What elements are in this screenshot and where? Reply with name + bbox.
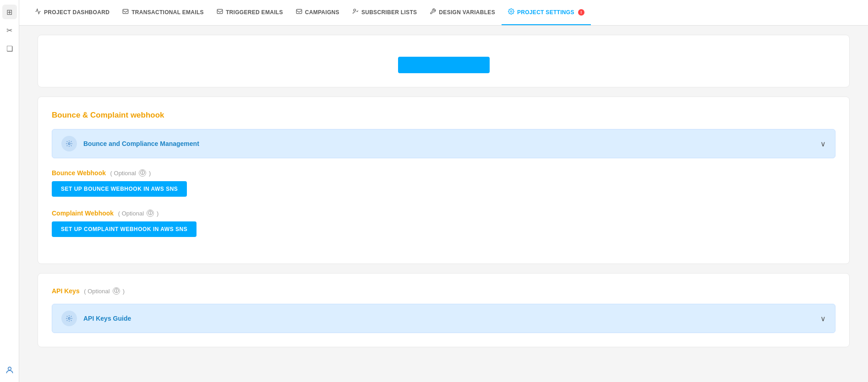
svg-point-7 <box>68 317 70 319</box>
api-accordion-icon <box>61 311 77 326</box>
bounce-accordion-label: Bounce and Compliance Management <box>83 140 814 147</box>
api-keys-card: API Keys ( Optional ⓘ ) API Keys Guide ∨ <box>38 273 850 347</box>
api-optional-text: ( Optional <box>82 288 110 295</box>
nav-triggered-emails[interactable]: TRIGGERED EMAILS <box>210 0 289 25</box>
bounce-complaint-card: Bounce & Complaint webhook Bounce and Co… <box>38 97 850 264</box>
bounce-webhook-button[interactable]: SET UP BOUNCE WEBHOOK IN AWS SNS <box>52 181 187 197</box>
nav-project-dashboard[interactable]: PROJECT DASHBOARD <box>28 0 116 25</box>
sidebar-layers-icon[interactable]: ❏ <box>2 41 17 56</box>
notification-badge: ! <box>578 9 584 16</box>
subscriber-icon <box>352 8 359 16</box>
bounce-webhook-section: Bounce Webhook ( Optional ⓘ ) SET UP BOU… <box>52 169 835 197</box>
svg-point-6 <box>68 143 70 145</box>
bounce-section-title: Bounce & Complaint webhook <box>52 111 835 120</box>
complaint-info-icon[interactable]: ⓘ <box>147 210 154 217</box>
bounce-info-icon[interactable]: ⓘ <box>139 169 146 177</box>
api-info-icon[interactable]: ⓘ <box>113 287 120 295</box>
main-content: PROJECT DASHBOARD TRANSACTIONAL EMAILS T… <box>19 0 868 382</box>
bounce-optional-text: ( Optional <box>109 170 136 177</box>
top-card <box>38 35 850 87</box>
complaint-webhook-label: Complaint Webhook ( Optional ⓘ ) <box>52 210 835 217</box>
api-accordion-chevron: ∨ <box>820 314 826 323</box>
top-card-button[interactable] <box>398 57 490 73</box>
settings-icon <box>508 8 514 16</box>
topnav: PROJECT DASHBOARD TRANSACTIONAL EMAILS T… <box>19 0 868 26</box>
bounce-accordion-chevron: ∨ <box>820 140 826 148</box>
design-icon <box>430 8 436 16</box>
page-body: Bounce & Complaint webhook Bounce and Co… <box>19 26 868 382</box>
api-accordion-label: API Keys Guide <box>83 315 814 322</box>
sidebar: ⊞ ✂ ❏ <box>0 0 19 382</box>
bounce-accordion[interactable]: Bounce and Compliance Management ∨ <box>52 129 835 158</box>
svg-rect-3 <box>296 9 302 13</box>
complaint-optional-text: ( Optional <box>116 210 144 217</box>
complaint-webhook-button[interactable]: SET UP COMPLAINT WEBHOOK IN AWS SNS <box>52 221 197 237</box>
api-close-paren: ) <box>123 288 125 295</box>
complaint-close-paren: ) <box>157 210 158 217</box>
svg-rect-1 <box>123 9 128 13</box>
sidebar-grid-icon[interactable]: ⊞ <box>2 5 17 19</box>
api-accordion[interactable]: API Keys Guide ∨ <box>52 304 835 333</box>
nav-design-variables[interactable]: DESIGN VARIABLES <box>423 0 502 25</box>
triggered-icon <box>217 8 223 16</box>
bounce-accordion-icon <box>61 136 77 151</box>
svg-point-4 <box>354 9 356 11</box>
nav-transactional-emails[interactable]: TRANSACTIONAL EMAILS <box>116 0 210 25</box>
nav-subscriber-lists[interactable]: SUBSCRIBER LISTS <box>346 0 423 25</box>
sidebar-user-icon[interactable] <box>2 363 17 377</box>
nav-campaigns[interactable]: CAMPAIGNS <box>289 0 346 25</box>
svg-point-5 <box>510 11 512 12</box>
sidebar-tools-icon[interactable]: ✂ <box>2 23 17 38</box>
api-keys-title: API Keys ( Optional ⓘ ) <box>52 287 835 295</box>
dashboard-icon <box>35 8 41 16</box>
transactional-icon <box>122 8 129 16</box>
campaigns-icon <box>296 8 302 16</box>
bounce-webhook-label: Bounce Webhook ( Optional ⓘ ) <box>52 169 835 177</box>
complaint-webhook-section: Complaint Webhook ( Optional ⓘ ) SET UP … <box>52 210 835 237</box>
nav-project-settings[interactable]: PROJECT SETTINGS ! <box>502 0 591 25</box>
svg-rect-2 <box>217 9 223 13</box>
svg-point-0 <box>8 367 11 370</box>
bounce-close-paren: ) <box>149 170 151 177</box>
